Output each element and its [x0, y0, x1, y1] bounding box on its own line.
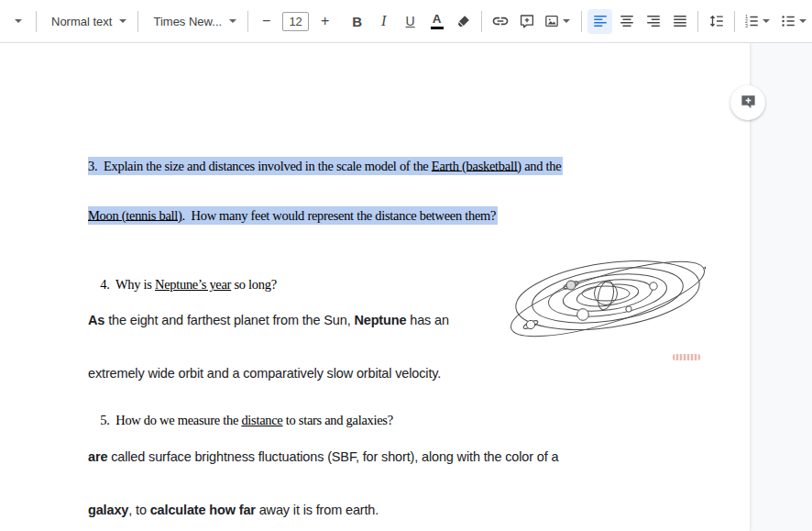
text-run: the eight and farthest planet from the S… — [104, 313, 354, 327]
text-run-bold: galaxy — [88, 503, 128, 517]
align-right-button[interactable] — [641, 9, 665, 34]
font-family-dropdown[interactable]: Times New... — [144, 9, 242, 34]
toolbar-divider — [247, 11, 248, 32]
text-color-icon: A — [431, 13, 444, 30]
increase-font-size-button[interactable]: + — [313, 9, 337, 34]
chevron-down-icon — [763, 19, 770, 23]
text-color-button[interactable]: A — [424, 9, 449, 34]
underline-icon: U — [406, 14, 415, 28]
add-comment-icon — [740, 93, 757, 113]
paragraph-style-dropdown[interactable]: Normal text — [42, 9, 132, 34]
bold-icon: B — [352, 14, 362, 29]
text-run: 3. Explain the size and distances involv… — [88, 158, 432, 172]
toolbar: Normal text Times New... − 12 + B I U A — [0, 0, 812, 43]
align-left-icon — [592, 13, 609, 29]
text-run: extremely wide orbit and a comparatively… — [88, 366, 441, 381]
toolbar-divider — [581, 11, 582, 32]
add-comment-button[interactable] — [514, 9, 539, 34]
selection-highlight: Moon (tennis ball). How many feet would … — [88, 206, 498, 225]
insert-image-button[interactable] — [541, 9, 576, 34]
font-family-label: Times New... — [153, 15, 222, 28]
text-run-bold: calculate how far — [150, 503, 256, 517]
font-size-input[interactable]: 12 — [282, 12, 309, 31]
chevron-down-icon — [799, 19, 807, 23]
selection-highlight: 3. Explain the size and distances involv… — [88, 157, 563, 175]
toolbar-divider — [36, 11, 37, 32]
numbered-list-icon: 123 — [743, 13, 760, 29]
align-center-button[interactable] — [614, 9, 639, 34]
text-run: and the — [521, 158, 562, 172]
paragraph-style-label: Normal text — [51, 15, 112, 28]
align-center-icon — [619, 13, 635, 29]
toolbar-divider — [734, 11, 735, 32]
justify-icon — [672, 13, 688, 29]
text-run-underlined: Moon (tennis ball) — [88, 207, 182, 222]
chevron-down-icon — [229, 19, 236, 23]
bulleted-list-icon — [780, 13, 796, 29]
text-run: called surface brightness fluctuations (… — [107, 449, 558, 464]
chevron-down-icon — [563, 19, 570, 23]
insert-comment-fab[interactable] — [730, 85, 765, 120]
text-run-bold: are — [88, 449, 107, 464]
chevron-down-icon — [15, 19, 22, 23]
question-3[interactable]: 3. Explain the size and distances involv… — [88, 124, 563, 256]
image-watermark — [673, 354, 700, 360]
text-run: has an — [406, 313, 449, 327]
toolbar-divider — [697, 11, 698, 32]
text-run: , to — [128, 503, 149, 517]
link-icon — [491, 12, 510, 30]
italic-button[interactable]: I — [371, 9, 396, 34]
text-run-underlined: Earth (basketball) — [432, 158, 521, 172]
toolbar-overflow-button[interactable] — [5, 9, 30, 34]
toolbar-divider — [481, 11, 482, 32]
text-run-bold: As — [88, 313, 104, 327]
italic-icon: I — [381, 13, 386, 29]
plus-icon: + — [321, 13, 329, 29]
bold-button[interactable]: B — [345, 9, 369, 34]
align-right-icon — [645, 13, 662, 29]
toolbar-divider — [137, 11, 138, 32]
highlight-color-button[interactable] — [451, 9, 476, 34]
image-icon — [543, 13, 560, 29]
numbered-list-button[interactable]: 123 — [741, 9, 775, 34]
minus-icon: − — [262, 13, 270, 29]
chevron-down-icon — [119, 19, 126, 23]
text-run: away it is from earth. — [256, 503, 379, 517]
highlighter-icon — [455, 13, 472, 29]
line-spacing-icon — [708, 13, 725, 29]
text-run-bold: Neptune — [354, 313, 406, 327]
answer-5[interactable]: are called surface brightness fluctuatio… — [88, 413, 558, 531]
underline-button[interactable]: U — [398, 9, 422, 34]
document-page[interactable]: 3. Explain the size and distances involv… — [0, 43, 751, 531]
solar-system-image[interactable] — [505, 229, 706, 365]
line-spacing-button[interactable] — [704, 9, 729, 34]
add-comment-icon — [519, 13, 535, 29]
align-left-button[interactable] — [587, 9, 612, 34]
justify-button[interactable] — [667, 9, 692, 34]
svg-text:3: 3 — [745, 23, 748, 28]
font-size-value: 12 — [289, 15, 302, 28]
text-run: . How many feet would represent the dist… — [182, 207, 497, 222]
bulleted-list-button[interactable] — [777, 9, 812, 34]
decrease-font-size-button[interactable]: − — [254, 9, 279, 34]
insert-link-button[interactable] — [488, 9, 512, 34]
